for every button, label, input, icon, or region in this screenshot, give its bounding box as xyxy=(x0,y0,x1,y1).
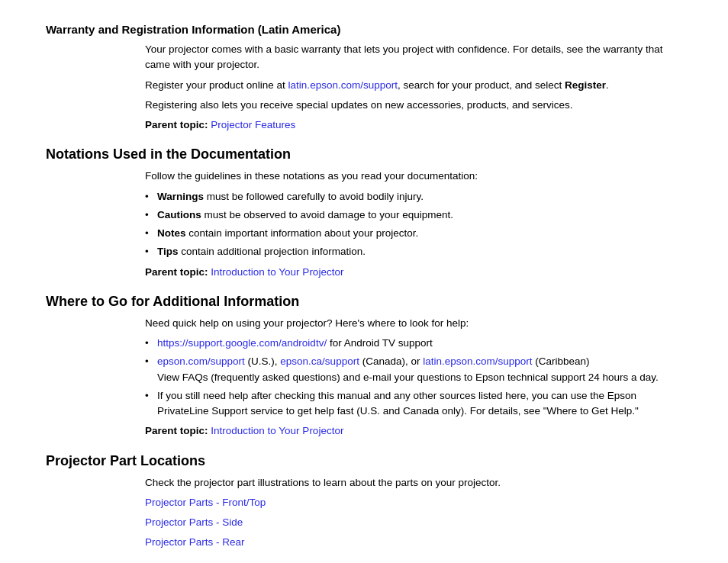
epson-faq-text: View FAQs (frequently asked questions) a… xyxy=(157,372,659,383)
latin-epson-link-2[interactable]: latin.epson.com/support xyxy=(423,355,532,367)
notations-parent-topic: Parent topic: Introduction to Your Proje… xyxy=(145,265,682,280)
projector-parts-section: Projector Part Locations Check the proje… xyxy=(46,453,682,551)
projector-parts-heading: Projector Part Locations xyxy=(46,453,682,469)
list-item: Notes contain important information abou… xyxy=(145,226,682,241)
list-item: If you still need help after checking th… xyxy=(145,388,682,420)
notations-heading: Notations Used in the Documentation xyxy=(46,146,682,162)
notations-intro: Follow the guidelines in these notations… xyxy=(145,169,682,184)
warranty-parent-topic: Parent topic: Projector Features xyxy=(145,117,682,133)
where-to-go-section: Where to Go for Additional Information N… xyxy=(46,294,682,439)
notations-list: Warnings must be followed carefully to a… xyxy=(145,189,682,260)
warranty-parent-label: Parent topic: xyxy=(145,119,208,130)
warranty-parent-link[interactable]: Projector Features xyxy=(211,119,295,130)
where-to-go-heading: Where to Go for Additional Information xyxy=(46,294,682,310)
warranty-para-3: Registering also lets you receive specia… xyxy=(145,98,682,113)
projector-parts-rear-link[interactable]: Projector Parts - Rear xyxy=(145,536,245,548)
warranty-section: Warranty and Registration Information (L… xyxy=(46,23,682,133)
where-to-go-parent-link[interactable]: Introduction to Your Projector xyxy=(211,425,343,436)
projector-parts-content: Check the projector part illustrations t… xyxy=(46,475,682,551)
warranty-content: Your projector comes with a basic warran… xyxy=(46,42,682,133)
where-to-go-parent-label: Parent topic: xyxy=(145,425,208,436)
notations-parent-label: Parent topic: xyxy=(145,266,208,278)
list-item: epson.com/support (U.S.), epson.ca/suppo… xyxy=(145,354,682,385)
projector-parts-intro: Check the projector part illustrations t… xyxy=(145,475,682,491)
google-androidtv-link[interactable]: https://support.google.com/androidtv/ xyxy=(157,337,327,349)
where-to-go-content: Need quick help on using your projector?… xyxy=(46,316,682,439)
warranty-para-1: Your projector comes with a basic warran… xyxy=(145,42,682,73)
notations-content: Follow the guidelines in these notations… xyxy=(46,169,682,280)
list-item: https://support.google.com/androidtv/ fo… xyxy=(145,336,682,351)
warranty-para-2: Register your product online at latin.ep… xyxy=(145,78,682,93)
projector-parts-link-3-container: Projector Parts - Rear xyxy=(145,535,682,550)
projector-parts-link-2-container: Projector Parts - Side xyxy=(145,515,682,530)
where-to-go-list: https://support.google.com/androidtv/ fo… xyxy=(145,336,682,419)
latin-epson-link-1[interactable]: latin.epson.com/support xyxy=(288,79,398,91)
epson-ca-link[interactable]: epson.ca/support xyxy=(280,355,359,367)
list-item: Cautions must be observed to avoid damag… xyxy=(145,208,682,223)
where-to-go-parent-topic: Parent topic: Introduction to Your Proje… xyxy=(145,423,682,439)
list-item: Warnings must be followed carefully to a… xyxy=(145,189,682,204)
notations-parent-link[interactable]: Introduction to Your Projector xyxy=(211,266,343,278)
notations-section: Notations Used in the Documentation Foll… xyxy=(46,146,682,280)
projector-parts-front-link[interactable]: Projector Parts - Front/Top xyxy=(145,497,266,508)
projector-parts-side-link[interactable]: Projector Parts - Side xyxy=(145,516,243,528)
where-to-go-intro: Need quick help on using your projector?… xyxy=(145,316,682,331)
list-item: Tips contain additional projection infor… xyxy=(145,244,682,259)
epson-us-link[interactable]: epson.com/support xyxy=(157,355,245,367)
warranty-heading: Warranty and Registration Information (L… xyxy=(46,23,682,36)
projector-parts-link-1-container: Projector Parts - Front/Top xyxy=(145,495,682,510)
